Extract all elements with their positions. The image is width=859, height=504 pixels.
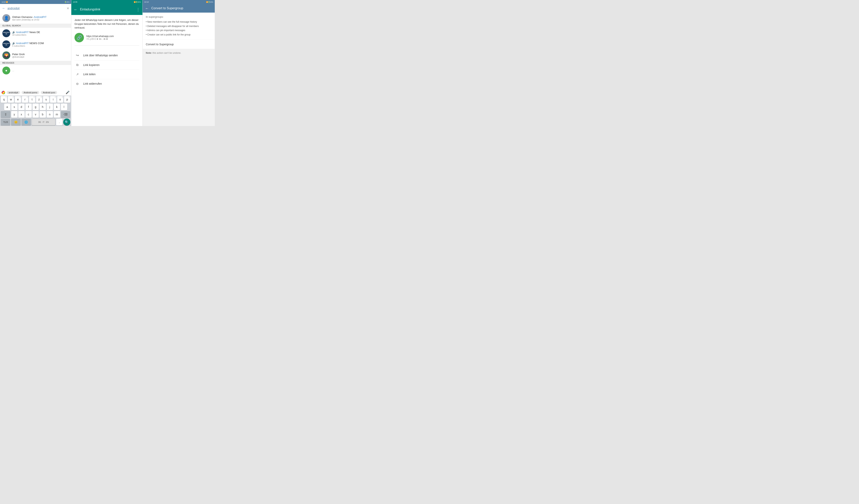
back-button-3[interactable]: ←	[145, 6, 149, 11]
key-search[interactable]: 🔍	[63, 119, 70, 126]
feature-4: • Creator can set a public link for the …	[146, 33, 212, 37]
note-section: Note: this action can't be undone.	[142, 49, 215, 57]
key-n[interactable]: n	[47, 111, 53, 118]
channel-name-de: 🔊 AndroidPIT News DE	[12, 31, 69, 34]
avatar-peter: 🌄	[2, 51, 10, 59]
contact-name-peter: Peter Groh	[12, 53, 69, 56]
key-l[interactable]: l	[61, 104, 67, 110]
channel-avatar-de: ANDROIDPITDE	[2, 29, 10, 37]
key-m[interactable]: m	[54, 111, 60, 118]
key-p[interactable]: 0p	[64, 96, 70, 103]
key-j[interactable]: j	[47, 104, 53, 110]
status-bar-2: 14:06 📶🔋65%	[71, 0, 142, 4]
keyboard-row-2: a s d f g h j k l	[0, 103, 71, 111]
keyboard-suggestions-row: G androidpit Android porno Android puro …	[0, 89, 71, 96]
status-left-1: 14:03 📶	[2, 1, 8, 3]
key-x[interactable]: x	[18, 111, 25, 118]
section-messages: MESSAGES	[0, 61, 71, 65]
back-button[interactable]: ←	[2, 6, 5, 11]
status-icons-2: 📶🔋65%	[134, 1, 141, 3]
status-right-1: 🔋65%	[64, 1, 70, 3]
close-button[interactable]: ✕	[66, 6, 69, 10]
avatar-orkhan: 👤	[2, 14, 10, 22]
action-copy-link[interactable]: ⧉ Link kopieren	[74, 60, 139, 70]
channel-item-de[interactable]: ANDROIDPITDE 🔊 AndroidPIT News DE 10 sub…	[0, 28, 71, 39]
key-i[interactable]: 8i	[50, 96, 56, 103]
key-o[interactable]: 9o	[57, 96, 63, 103]
key-emoji[interactable]: 😊	[11, 119, 20, 125]
key-q[interactable]: 1q	[1, 96, 7, 103]
google-logo: G	[2, 91, 5, 94]
channel-sub-en: 5 subscribers	[12, 45, 69, 47]
mic-button[interactable]: 🎤	[65, 91, 70, 94]
contact-item-orkhan[interactable]: 👤 Orkhan Osmanov- AndroidPIT last seen y…	[0, 13, 71, 23]
revoke-icon: ⊖	[74, 82, 80, 85]
key-r[interactable]: 4r	[22, 96, 28, 103]
note-content: this action can't be undone.	[152, 51, 181, 54]
channel-sub-de: 10 subscribers	[12, 34, 69, 36]
panel-convert-supergroup: 14:14 📶🔋65% ← Convert to Supergroup In s…	[142, 0, 215, 126]
feature-2: • Deleted messages will disappear for al…	[146, 24, 212, 29]
key-h[interactable]: h	[40, 104, 46, 110]
suggestion-3[interactable]: Android puro	[41, 91, 57, 94]
contact-info-orkhan: Orkhan Osmanov- AndroidPIT last seen yes…	[12, 16, 69, 21]
back-button-2[interactable]: ←	[74, 7, 78, 12]
action-share-link[interactable]: ↗ Link teilen	[74, 70, 139, 79]
supergroup-info-block: In supergroups: • New members can see th…	[142, 13, 215, 40]
key-b[interactable]: b	[40, 111, 46, 118]
convert-button[interactable]: Convert to Supergroup	[142, 40, 215, 49]
contact-item-peter[interactable]: 🌄 Peter Groh @Androidpit	[0, 50, 71, 61]
keyboard: G androidpit Android porno Android puro …	[0, 89, 71, 126]
key-w[interactable]: 2w	[8, 96, 14, 103]
key-123[interactable]: ?123	[1, 119, 10, 125]
key-f[interactable]: f	[26, 104, 32, 110]
key-e[interactable]: 3e	[15, 96, 21, 103]
note-text: Note: this action can't be undone.	[146, 51, 181, 54]
status-icons-3: 📶🔋65%	[206, 1, 213, 3]
key-shift[interactable]: ⇧	[1, 111, 11, 118]
key-y[interactable]: y	[11, 111, 17, 118]
time-3: 14:14	[144, 1, 149, 3]
more-options-button[interactable]: ⋮	[136, 7, 140, 12]
suggestion-1[interactable]: androidpit	[7, 91, 20, 94]
key-s[interactable]: s	[11, 104, 17, 110]
action-label-send: Link über WhatsApp senden	[83, 54, 118, 57]
copy-icon: ⧉	[74, 63, 80, 67]
panel-whatsapp-invite: 14:06 📶🔋65% ← Einladungslink ⋮ Jeder mit…	[71, 0, 142, 126]
note-bold: Note:	[146, 51, 152, 54]
status-bar-1: 14:03 📶 🔋65%	[0, 0, 71, 4]
share-whatsapp-icon: ↪	[74, 53, 80, 58]
key-backspace[interactable]: ⌫	[61, 111, 71, 118]
panel2-title: Einladungslink	[80, 8, 134, 11]
action-send-whatsapp[interactable]: ↪ Link über WhatsApp senden	[74, 50, 139, 60]
share-icon: ↗	[74, 73, 80, 76]
channel-item-en[interactable]: ANDROIDPITEN 🔊 AndroidPIT NEWS COM 5 sub…	[0, 39, 71, 50]
channel-avatar-en: ANDROIDPITEN	[2, 41, 10, 48]
key-t[interactable]: 5t	[29, 96, 35, 103]
keyboard-row-3: ⇧ y x c v b n m ⌫	[0, 111, 71, 118]
action-revoke-link[interactable]: ⊖ Link widerrufen	[74, 79, 139, 89]
message-item[interactable]: ● ...	[0, 65, 71, 76]
link-icon: 🔗	[74, 33, 84, 42]
panel3-title: Convert to Supergroup	[151, 6, 212, 10]
key-a[interactable]: a	[4, 104, 11, 110]
convert-btn-label: Convert to Supergroup	[146, 43, 174, 46]
key-d[interactable]: d	[18, 104, 25, 110]
suggestion-2[interactable]: Android porno	[22, 91, 39, 94]
key-globe[interactable]: 🌐	[21, 119, 31, 125]
key-v[interactable]: v	[32, 111, 39, 118]
search-input[interactable]	[7, 7, 65, 10]
key-g[interactable]: g	[32, 104, 39, 110]
message-preview: ...	[12, 69, 14, 72]
message-avatar: ●	[2, 66, 10, 75]
key-u[interactable]: 7u	[43, 96, 49, 103]
chain-icon: 🔗	[77, 35, 82, 40]
channel-info-de: 🔊 AndroidPIT News DE 10 subscribers	[12, 31, 69, 36]
key-space[interactable]: DE · IT · EN	[32, 119, 55, 125]
key-period[interactable]: .	[56, 119, 62, 125]
key-c[interactable]: c	[26, 111, 32, 118]
key-k[interactable]: k	[54, 104, 60, 110]
feature-3: • Admins can pin important messages	[146, 28, 212, 33]
key-z[interactable]: 6z	[36, 96, 42, 103]
channel-info-en: 🔊 AndroidPIT NEWS COM 5 subscribers	[12, 42, 69, 47]
